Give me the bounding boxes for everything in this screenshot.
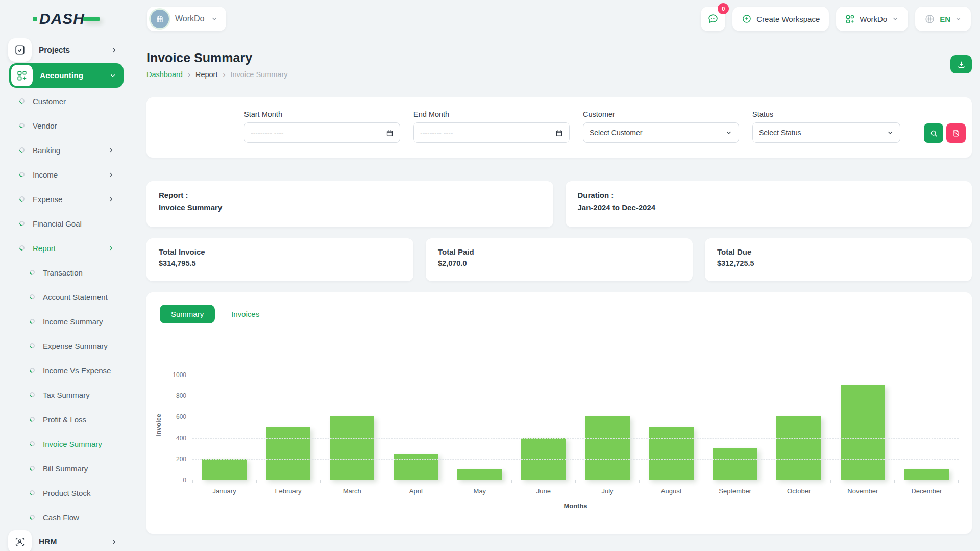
start-month-label: Start Month: [244, 110, 400, 118]
bar-october: [776, 416, 821, 480]
sidebar-item-expense-summary[interactable]: Expense Summary: [0, 334, 133, 358]
bullet-icon: [29, 465, 36, 472]
duration-value: Jan-2024 to Dec-2024: [578, 203, 960, 212]
sidebar-item-income[interactable]: Income: [0, 162, 133, 187]
total-paid-label: Total Paid: [438, 247, 680, 256]
chevron-down-icon: [955, 16, 962, 22]
workspace-menu-button[interactable]: WorkDo: [836, 7, 908, 31]
filter-card: Start Month --------- ---- End Month ---…: [146, 97, 972, 158]
end-month-field: End Month --------- ----: [413, 110, 570, 143]
sidebar-item-projects[interactable]: Projects: [0, 38, 133, 62]
sidebar-item-invoice-summary[interactable]: Invoice Summary: [0, 432, 133, 456]
customer-select[interactable]: Select Customer: [583, 122, 739, 143]
total-invoice-card: Total Invoice $314,795.5: [146, 238, 413, 281]
language-selector[interactable]: EN: [915, 7, 971, 31]
sidebar-item-transaction[interactable]: Transaction: [0, 260, 133, 285]
tab-summary[interactable]: Summary: [160, 305, 215, 323]
sidebar-item-hrm[interactable]: HRM: [0, 530, 133, 551]
report-info-row: Report : Invoice Summary Duration : Jan-…: [146, 181, 972, 227]
sidebar-item-cash-flow[interactable]: Cash Flow: [0, 505, 133, 530]
bullet-icon: [18, 171, 26, 178]
sidebar-item-profit-loss[interactable]: Profit & Loss: [0, 407, 133, 432]
x-tick-label: June: [511, 487, 575, 495]
sidebar-item-income-summary[interactable]: Income Summary: [0, 309, 133, 334]
bar-january: [202, 459, 247, 480]
calendar-icon: [555, 129, 563, 137]
x-tick-label: July: [575, 487, 639, 495]
apply-filter-button[interactable]: [924, 123, 943, 143]
sidebar-item-vendor[interactable]: Vendor: [0, 113, 133, 138]
report-value: Invoice Summary: [159, 203, 541, 212]
grid-plus-icon: [16, 70, 28, 81]
status-field: Status Select Status: [752, 110, 900, 143]
download-icon: [957, 60, 966, 69]
total-due-card: Total Due $312,725.5: [705, 238, 972, 281]
sidebar-item-report[interactable]: Report: [0, 236, 133, 260]
sidebar-item-bill-summary[interactable]: Bill Summary: [0, 456, 133, 481]
chevron-right-icon: [111, 539, 117, 545]
chevron-right-icon: [108, 245, 114, 252]
breadcrumb-report-link[interactable]: Report: [195, 70, 218, 79]
sidebar-nav: ProjectsAccountingCustomerVendorBankingI…: [0, 38, 133, 551]
customer-field: Customer Select Customer: [583, 110, 739, 143]
building-icon: [155, 14, 165, 24]
sidebar-item-banking[interactable]: Banking: [0, 138, 133, 162]
x-tick-label: January: [192, 487, 256, 495]
y-tick-label: 400: [176, 435, 186, 442]
chevron-right-icon: [108, 171, 114, 178]
bullet-icon: [18, 244, 26, 252]
bullet-icon: [18, 220, 26, 227]
file-off-icon: [952, 129, 960, 137]
x-tick-label: December: [895, 487, 959, 495]
reset-filter-button[interactable]: [946, 123, 966, 143]
x-tick-label: November: [831, 487, 895, 495]
language-code: EN: [940, 15, 950, 23]
logo-text: DASH: [39, 10, 85, 28]
breadcrumb-dashboard-link[interactable]: Dashboard: [146, 70, 183, 79]
download-report-button[interactable]: [950, 55, 972, 73]
bullet-icon: [29, 342, 36, 349]
bullet-icon: [18, 97, 26, 105]
sidebar-item-income-vs-expense[interactable]: Income Vs Expense: [0, 358, 133, 383]
sidebar-item-tax-summary[interactable]: Tax Summary: [0, 383, 133, 407]
messages-button[interactable]: 0: [701, 7, 725, 31]
chevron-right-icon: [108, 147, 114, 154]
create-workspace-label: Create Workspace: [756, 15, 820, 23]
search-icon: [929, 129, 938, 138]
create-workspace-button[interactable]: Create Workspace: [732, 7, 829, 31]
gridline: [192, 459, 959, 460]
x-tick-label: March: [320, 487, 384, 495]
sidebar-item-expense[interactable]: Expense: [0, 187, 133, 211]
customer-label: Customer: [583, 110, 739, 118]
sidebar-item-account-statement[interactable]: Account Statement: [0, 285, 133, 309]
top-right-actions: 0 Create Workspace WorkDo EN: [701, 7, 980, 31]
bullet-icon: [29, 514, 36, 521]
chat-bubble-icon: [707, 13, 719, 25]
messages-count-badge: 0: [718, 3, 729, 14]
chevron-down-icon: [892, 15, 899, 22]
tab-invoices[interactable]: Invoices: [220, 305, 271, 323]
sidebar-item-accounting[interactable]: Accounting: [9, 63, 124, 88]
gridline: [192, 396, 959, 396]
checkbox-icon: [14, 44, 26, 56]
gridline: [192, 438, 959, 439]
end-month-input[interactable]: --------- ----: [413, 122, 570, 143]
bullet-icon: [29, 367, 36, 374]
duration-card: Duration : Jan-2024 to Dec-2024: [566, 181, 972, 227]
logo-container: DASH: [0, 10, 133, 28]
status-select[interactable]: Select Status: [752, 122, 900, 143]
workspace-name: WorkDo: [175, 14, 205, 23]
dash-logo[interactable]: DASH: [33, 10, 100, 28]
sidebar-item-customer[interactable]: Customer: [0, 89, 133, 113]
globe-icon: [924, 14, 935, 24]
sidebar-item-product-stock[interactable]: Product Stock: [0, 481, 133, 505]
bullet-icon: [29, 416, 36, 423]
main-content: Invoice Summary Dashboard › Report › Inv…: [133, 38, 980, 551]
chart-x-labels: JanuaryFebruaryMarchAprilMayJuneJulyAugu…: [192, 487, 959, 495]
start-month-input[interactable]: --------- ----: [244, 122, 400, 143]
chart-plot-area: [192, 375, 959, 480]
sidebar-item-financial-goal[interactable]: Financial Goal: [0, 211, 133, 236]
x-tick-label: May: [448, 487, 511, 495]
total-invoice-value: $314,795.5: [159, 259, 401, 267]
workspace-selector[interactable]: WorkDo: [147, 7, 226, 31]
